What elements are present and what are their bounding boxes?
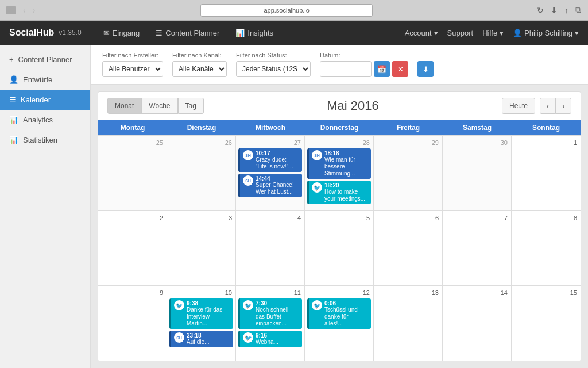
view-monat-button[interactable]: Monat — [107, 98, 141, 114]
sidebar-kalender-label: Kalender — [21, 95, 51, 104]
support-label: Support — [447, 29, 474, 37]
sh-logo-icon-3: SH — [314, 154, 320, 158]
account-dropdown[interactable]: Account ▾ — [405, 29, 438, 37]
event-logo-twitter-2: 🐦 — [174, 300, 184, 310]
account-label: Account — [405, 29, 432, 37]
event-1444[interactable]: SH 14:44 Super Chance! Wer hat Lust... — [238, 174, 302, 197]
filter-status-select[interactable]: Jeder Status (12S — [236, 61, 311, 77]
download-icon[interactable]: ⬇ — [550, 5, 559, 16]
eingang-icon: ✉ — [103, 29, 110, 37]
sidebar-item-entwuerfe[interactable]: 👤 Entwürfe — [0, 70, 90, 90]
day-number-1: 1 — [514, 138, 578, 148]
brand-name: SocialHub — [9, 28, 54, 38]
filter-ersteller-label: Filter nach Ersteller: — [102, 52, 163, 59]
event-938[interactable]: 🐦 9:38 Danke für das Interview Martin... — [169, 298, 233, 329]
day-header-dienstag: Dienstag — [167, 120, 236, 135]
filter-kanal-select[interactable]: Alle Kanäle — [172, 61, 227, 77]
event-time-1444: 14:44 — [256, 175, 299, 182]
event-content-1818: 18:18 Wie man für bessere Stimmung... — [324, 150, 368, 177]
calendar-picker-button[interactable]: 📅 — [374, 61, 390, 77]
today-button[interactable]: Heute — [502, 98, 535, 114]
nav-eingang[interactable]: ✉ Eingang — [95, 21, 148, 45]
day-header-montag: Montag — [98, 120, 167, 135]
user-icon: 👤 — [513, 29, 522, 37]
event-006[interactable]: 🐦 0:06 Tschüssi und danke für alles!... — [307, 298, 371, 329]
day-number-27: 27 — [238, 138, 302, 148]
support-link[interactable]: Support — [447, 29, 474, 37]
forward-button[interactable]: › — [30, 5, 38, 16]
filter-date-input[interactable] — [320, 61, 372, 77]
share-icon[interactable]: ↑ — [563, 5, 570, 16]
event-logo-sh-2: SH — [243, 175, 253, 186]
event-text-1017: Crazy dude: "Life is now!"... — [256, 156, 299, 170]
calendar-title: Mai 2016 — [208, 98, 497, 113]
event-text-2318: Auf die... — [187, 339, 230, 346]
reload-icon[interactable]: ↻ — [536, 5, 545, 16]
event-1820[interactable]: 🐦 18:20 How to make your meetings... — [307, 181, 371, 204]
filter-datum-label: Datum: — [320, 52, 408, 59]
nav-eingang-label: Eingang — [113, 29, 140, 37]
twitter-icon: 🐦 — [314, 185, 320, 191]
cell-12: 12 🐦 0:06 Tschüssi und danke für alles!.… — [305, 286, 374, 361]
event-time-916: 9:16 — [256, 332, 299, 339]
back-button[interactable]: ‹ — [21, 5, 28, 16]
day-number-12: 12 — [307, 288, 371, 298]
cell-4: 4 — [236, 211, 305, 286]
twitter-icon-5: 🐦 — [314, 302, 320, 309]
event-time-2318: 23:18 — [187, 332, 230, 339]
hilfe-label: Hilfe — [482, 29, 497, 37]
url-input[interactable]: app.socialhub.io — [200, 4, 373, 17]
day-number-25: 25 — [100, 138, 164, 148]
event-1017[interactable]: SH 10:17 Crazy dude: "Life is now!"... — [238, 148, 302, 172]
calendar-sidebar-icon: ☰ — [9, 95, 16, 104]
view-buttons: Monat Woche Tag — [107, 98, 204, 114]
content-area: Filter nach Ersteller: Alle Benutzer Fil… — [91, 45, 588, 368]
event-logo-sh-4: SH — [174, 332, 184, 343]
nav-insights[interactable]: 📊 Insights — [227, 21, 281, 45]
top-navigation: SocialHub v1.35.0 ✉ Eingang ☰ Content Pl… — [0, 21, 588, 45]
event-text-006: Tschüssi und danke für alles!... — [324, 306, 368, 327]
cell-14: 14 — [443, 286, 512, 361]
event-content-1444: 14:44 Super Chance! Wer hat Lust... — [256, 175, 299, 195]
window-expand-icon[interactable] — [6, 6, 16, 14]
cell-11: 11 🐦 7:30 Noch schnell das Buffet einpac… — [236, 286, 305, 361]
filter-ersteller-select[interactable]: Alle Benutzer — [102, 61, 163, 77]
view-tag-button[interactable]: Tag — [178, 98, 204, 114]
sidebar-item-content-planner[interactable]: + Content Planner — [0, 49, 90, 70]
tab-icon[interactable]: ⧉ — [574, 4, 582, 16]
event-1818[interactable]: SH 18:18 Wie man für bessere Stimmung... — [307, 148, 371, 179]
sh-logo-icon-2: SH — [245, 179, 251, 183]
download-button[interactable]: ⬇ — [417, 61, 434, 77]
prev-month-button[interactable]: ‹ — [540, 98, 556, 114]
cell-25: 25 — [98, 136, 167, 210]
nav-content-planner[interactable]: ☰ Content Planner — [148, 21, 227, 45]
event-2318[interactable]: SH 23:18 Auf die... — [169, 331, 233, 347]
clear-date-button[interactable]: ✕ — [392, 61, 408, 77]
cell-7: 7 — [443, 211, 512, 286]
event-916[interactable]: 🐦 9:16 Webna... — [238, 331, 302, 347]
event-text-1820: How to make your meetings... — [324, 189, 368, 202]
filter-datum-group: Datum: 📅 ✕ — [320, 52, 408, 77]
browser-chrome: ‹ › app.socialhub.io ↻ ⬇ ↑ ⧉ — [0, 0, 588, 21]
hilfe-dropdown[interactable]: Hilfe ▾ — [482, 29, 504, 37]
day-header-sonntag: Sonntag — [512, 120, 581, 135]
sidebar-item-statistiken[interactable]: 📊 Statistiken — [0, 130, 90, 150]
user-icon: 👤 — [9, 75, 18, 84]
filter-status-group: Filter nach Status: Jeder Status (12S — [236, 52, 311, 77]
user-dropdown[interactable]: 👤 Philip Schilling ▾ — [513, 29, 579, 37]
sidebar-item-analytics[interactable]: 📊 Analytics — [0, 110, 90, 130]
day-number-4: 4 — [238, 213, 302, 224]
event-logo-sh-3: SH — [312, 150, 322, 160]
statistiken-icon: 📊 — [9, 136, 18, 144]
cell-29: 29 — [374, 136, 443, 210]
event-text-1818: Wie man für bessere Stimmung... — [324, 156, 368, 177]
view-woche-button[interactable]: Woche — [141, 98, 177, 114]
event-content-916: 9:16 Webna... — [256, 332, 299, 346]
event-text-938: Danke für das Interview Martin... — [187, 306, 230, 327]
sidebar-item-kalender[interactable]: ☰ Kalender — [0, 90, 90, 110]
event-content-1017: 10:17 Crazy dude: "Life is now!"... — [256, 150, 299, 170]
event-730[interactable]: 🐦 7:30 Noch schnell das Buffet einpacken… — [238, 298, 302, 329]
event-content-730: 7:30 Noch schnell das Buffet einpacken..… — [256, 300, 299, 327]
day-number-13: 13 — [376, 288, 440, 298]
next-month-button[interactable]: › — [555, 98, 571, 114]
